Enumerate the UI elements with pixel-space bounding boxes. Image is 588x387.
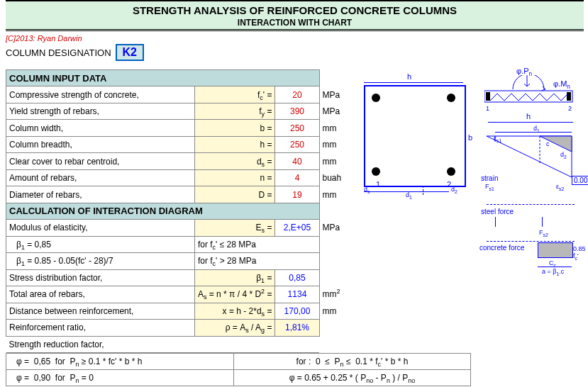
val-Es: 2,E+05 — [275, 220, 319, 236]
lbl-n: Amount of rebars, — [6, 169, 195, 186]
dim-h: h — [407, 72, 411, 81]
sym-b: b = — [194, 120, 275, 136]
sym-Es: Es = — [194, 220, 275, 236]
Fs1-label: Fs1 — [485, 183, 494, 190]
lbl-h: Column breadth, — [6, 136, 195, 152]
svg-rect-1 — [486, 92, 490, 101]
lbl-b1a: β1 = 0,85 — [6, 236, 195, 252]
val-b1: 0,85 — [275, 269, 319, 286]
phi-090: φ = 0,90 for Pn = 0 — [6, 370, 234, 386]
unit-D: mm — [319, 186, 353, 203]
section-diagram: h c b ds 1 2 d1 d2 φ.Pn φ.Mn — [360, 69, 580, 353]
sym-rho: ρ = As / Ag = — [194, 320, 275, 336]
num-1a: 1 — [376, 180, 380, 189]
strain-label: strain — [481, 174, 498, 182]
sym-b1: β1 = — [194, 269, 275, 286]
t085: 0.85 fc' — [573, 245, 586, 259]
a-beta: a = β1.c — [542, 268, 564, 275]
unit-fy: MPa — [319, 103, 353, 119]
dim-d2: d2 — [451, 186, 457, 193]
lbl-phi-head: Strength reduction factor, — [6, 336, 320, 353]
val-rho: 1,81% — [275, 320, 319, 336]
phi-equation: φ = 0.65 + 0.25 * ( Pno - Pn ) / Pno — [233, 370, 470, 386]
page-title: STRENGTH ANALYSIS OF REINFORCED CONCRETE… — [6, 4, 584, 16]
lbl-fy: Yield strength of rebars, — [6, 103, 195, 119]
stress-block-icon — [538, 242, 573, 258]
svg-marker-6 — [540, 136, 572, 152]
dim-d1b: d1 — [533, 125, 540, 132]
force-diagram-icon: 1 2 — [484, 75, 577, 114]
lbl-ds: Clear cover to rebar centroid, — [6, 153, 195, 169]
val-fc[interactable]: 20 — [275, 86, 319, 103]
val-fy[interactable]: 390 — [275, 103, 319, 119]
svg-text:2: 2 — [568, 105, 572, 112]
unit-ds: mm — [319, 153, 353, 169]
sym-h: h = — [194, 136, 275, 152]
sym-ds: ds = — [194, 153, 275, 169]
phi-for-range: for : 0 ≤ Pn ≤ 0.1 * fc' * b * h — [233, 354, 470, 370]
designation-label: COLUMN DESIGNATION — [6, 47, 111, 58]
es2: εs2 — [556, 183, 564, 190]
sym-fy: fy = — [194, 103, 275, 119]
sym-fc: fc' = — [194, 86, 275, 103]
lbl-Es: Modulus of elasticity, — [6, 220, 195, 236]
unit-n: buah — [319, 169, 353, 186]
dim-d1: d1 — [406, 191, 412, 198]
concrete-label: concrete force — [479, 244, 524, 252]
phi-table: φ = 0,65 for Pn ≥ 0.1 * fc' * b * h for … — [6, 353, 471, 386]
lbl-As: Total area of rebars, — [6, 286, 195, 303]
unit-b: mm — [319, 120, 353, 136]
eps-003: 0.003 — [572, 176, 588, 185]
Fs2-label: Fs2 — [539, 229, 548, 236]
val-x: 170,00 — [275, 303, 319, 319]
cond-b1b: for fc' > 28 MPa — [194, 253, 319, 269]
lbl-b1b: β1 = 0.85 - 0.05(fc' - 28)/7 — [6, 253, 195, 269]
dim-b: b — [468, 133, 472, 142]
svg-rect-2 — [567, 92, 571, 101]
lbl-b1: Stress distribution factor, — [6, 269, 195, 286]
val-b[interactable]: 250 — [275, 120, 319, 136]
section-head-input: COLUMN INPUT DATA — [6, 70, 320, 86]
unit-Es: MPa — [319, 220, 353, 236]
sym-As: As = n * π / 4 * D2 = — [194, 286, 275, 303]
copyright-text: [C]2013: Ryan Darwin — [6, 34, 584, 43]
dim-d2b: d2 — [560, 151, 567, 158]
lbl-x: Distance between reinforcement, — [6, 303, 195, 319]
lbl-D: Diameter of rebars, — [6, 186, 195, 203]
dim-h2: h — [526, 112, 531, 120]
lbl-fc: Compressive strength of concrete, — [6, 86, 195, 103]
phi-pn: φ.Pn — [516, 67, 532, 75]
unit-fc: MPa — [319, 86, 353, 103]
unit-As: mm2 — [319, 286, 353, 303]
sym-n: n = — [194, 169, 275, 186]
Cc-label: Cc — [549, 259, 556, 267]
cond-b1a: for fc' ≤ 28 MPa — [194, 236, 319, 252]
page-subtitle: INTERACTION WITH CHART — [6, 18, 584, 28]
unit-x: mm — [319, 303, 353, 319]
unit-h: mm — [319, 136, 353, 152]
sym-D: D = — [194, 186, 275, 203]
svg-text:1: 1 — [486, 105, 489, 112]
val-D[interactable]: 19 — [275, 186, 319, 203]
val-h[interactable]: 250 — [275, 136, 319, 152]
val-As: 1134 — [275, 286, 319, 303]
section-head-calc: CALCULATION OF INTERACTION DIAGRAM — [6, 203, 320, 219]
sym-x: x = h - 2*ds = — [194, 303, 275, 319]
designation-value[interactable]: K2 — [116, 44, 144, 61]
input-table: COLUMN INPUT DATA Compressive strength o… — [6, 69, 353, 353]
steel-label: steel force — [481, 208, 514, 215]
lbl-rho: Reinforcement ratio, — [6, 320, 195, 336]
phi-065: φ = 0,65 for Pn ≥ 0.1 * fc' * b * h — [6, 354, 234, 370]
dim-c2: c — [546, 140, 550, 147]
val-n[interactable]: 4 — [275, 169, 319, 186]
lbl-b: Column width, — [6, 120, 195, 136]
strain-triangle-icon — [487, 135, 579, 191]
val-ds[interactable]: 40 — [275, 153, 319, 169]
es1: εs1 — [494, 135, 501, 142]
